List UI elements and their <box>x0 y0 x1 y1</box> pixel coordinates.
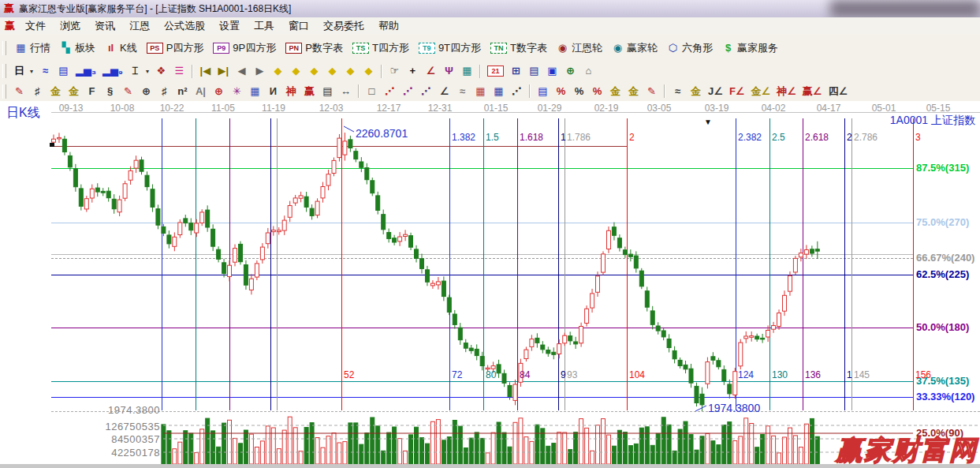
bottom-scroll-strip[interactable] <box>0 464 980 468</box>
brush-tool-icon[interactable]: ✎ <box>10 84 28 99</box>
grid-red-icon[interactable]: ▦ <box>471 84 490 99</box>
indicator-9-icon[interactable]: ▂▅₉ <box>99 64 126 78</box>
overlay-chart-icon[interactable]: ≈ <box>36 64 54 78</box>
menu-item-江恩[interactable]: 江恩 <box>122 18 157 33</box>
k-mark-icon[interactable]: И <box>264 84 282 99</box>
angle-line-icon[interactable]: ∠ <box>435 84 453 99</box>
9p-square-button[interactable]: P99P四方形 <box>208 40 281 56</box>
prev-icon[interactable]: ◀ <box>233 64 251 78</box>
t-number-table-button[interactable]: TNT数字表 <box>486 40 552 56</box>
single-candle-dropdown[interactable]: ⌶▾ <box>126 64 152 78</box>
calendar-icon[interactable]: 21 <box>484 64 507 78</box>
winner-service-button[interactable]: $赢家服务 <box>717 40 783 56</box>
gold-line-icon[interactable]: 金 <box>624 84 643 99</box>
sectors-button[interactable]: ▚板块 <box>55 40 100 56</box>
t-square-button[interactable]: TST四方形 <box>348 40 414 56</box>
percent-line-icon[interactable]: % <box>588 84 606 99</box>
grid-ruler-icon[interactable]: ♯ <box>28 84 47 99</box>
gann-fan-red-icon[interactable]: ⋰ <box>381 84 399 99</box>
j-angle-icon[interactable]: J∠ <box>705 84 726 99</box>
workstation-icon[interactable]: ⌂ <box>579 64 598 78</box>
menu-item-公式选股[interactable]: 公式选股 <box>157 18 212 33</box>
menu-item-工具[interactable]: 工具 <box>247 18 281 33</box>
gold-circle-icon[interactable]: 金 <box>606 84 624 99</box>
gold-section-1-icon[interactable]: 金 <box>47 84 65 99</box>
last-page-icon[interactable]: ▶| <box>214 64 233 78</box>
wave-tool-icon[interactable]: ≈ <box>669 84 687 99</box>
percent-zone-icon[interactable]: % <box>552 84 570 99</box>
net-grid-icon[interactable]: ▦ <box>246 84 264 99</box>
menu-item-设置[interactable]: 设置 <box>212 18 247 33</box>
9t-square-button[interactable]: T99T四方形 <box>414 40 486 56</box>
grid-ruler-icon: ♯ <box>32 86 43 97</box>
save-icon[interactable]: ▣ <box>543 64 561 78</box>
gann-box-teal-icon[interactable]: ▦ <box>458 64 476 78</box>
ying-ruler-icon[interactable]: 赢 <box>300 84 319 99</box>
export-icon[interactable]: ⊕ <box>561 64 579 78</box>
four-angle-icon[interactable]: 四∠ <box>825 84 851 99</box>
next-icon[interactable]: ▶ <box>251 64 269 78</box>
f-ruler-icon[interactable]: F <box>83 84 101 99</box>
hexagon-button[interactable]: ⬡六角形 <box>662 40 717 56</box>
zoom-all-diamond-icon[interactable]: ◆ <box>341 64 360 78</box>
circle-cross-red-icon[interactable]: ⊕ <box>210 84 228 99</box>
gann-tool-purple-icon[interactable]: Ψ <box>440 64 458 78</box>
time-ruler-icon[interactable]: ♯ <box>155 84 173 99</box>
grid-box-icon[interactable]: ▦ <box>490 84 508 99</box>
indicator-3-icon[interactable]: ▂▅₃ <box>73 64 99 78</box>
spiral-icon[interactable]: § <box>101 84 119 99</box>
expand-h-diamond-icon[interactable]: ◆ <box>305 64 323 78</box>
shen-ruler-icon[interactable]: 神 <box>282 84 300 99</box>
info-panel-icon[interactable]: ▤ <box>54 64 73 78</box>
price-table-icon[interactable]: ▤ <box>534 84 552 99</box>
compress-h-diamond-icon[interactable]: ◆ <box>323 64 341 78</box>
gold-angle-icon[interactable]: 金∠ <box>748 84 774 99</box>
first-page-icon[interactable]: |◀ <box>196 64 214 78</box>
time-circle-icon[interactable]: ⊕ <box>137 84 155 99</box>
parallel-lines-icon[interactable]: ⋰ <box>508 84 526 99</box>
menu-item-浏览[interactable]: 浏览 <box>53 18 88 33</box>
red-figure-icon[interactable]: ❖ <box>152 64 170 78</box>
gann-fan-box-icon[interactable]: ⋰ <box>417 84 435 99</box>
anchor-handle[interactable] <box>50 143 54 147</box>
shen-angle-icon[interactable]: 神∠ <box>773 84 799 99</box>
calculator-icon[interactable]: ⊞ <box>507 64 525 78</box>
period-day-dropdown[interactable]: 日▾ <box>10 64 36 78</box>
menu-item-窗口[interactable]: 窗口 <box>281 18 316 33</box>
chart-area[interactable]: 日K线 1A0001 上证指数 2260.8701 1974.3800 ▼ 赢家… <box>0 101 980 468</box>
star-grid-icon[interactable]: ✳ <box>228 84 246 99</box>
hand-tool-icon[interactable]: ☞ <box>386 64 404 78</box>
marker-pen-icon[interactable]: ✎ <box>643 84 661 99</box>
gold-section-2-icon[interactable]: 金 <box>65 84 83 99</box>
p-number-table-button[interactable]: PNP数字表 <box>281 40 348 56</box>
pan-left-diamond-icon[interactable]: ◆ <box>269 64 287 78</box>
volume-bar <box>480 438 484 464</box>
reset-zoom-diamond-icon[interactable]: ◆ <box>360 64 378 78</box>
ying-angle-icon[interactable]: 赢∠ <box>799 84 825 99</box>
angle-measure-icon[interactable]: ∠ <box>422 64 440 78</box>
market-quotes-button[interactable]: ▦行情 <box>10 40 55 56</box>
gann-wheel-button[interactable]: ◉江恩轮 <box>552 40 607 56</box>
price-histogram-icon[interactable]: ☰ <box>170 64 188 78</box>
gold-box-icon[interactable]: 金 <box>687 84 705 99</box>
text-line-icon[interactable]: A| <box>192 84 210 99</box>
p-square-button[interactable]: PSP四方形 <box>142 40 209 56</box>
n-square-icon[interactable]: n² <box>173 84 192 99</box>
rect-box-icon[interactable]: □ <box>363 84 381 99</box>
percent-icon[interactable]: % <box>570 84 588 99</box>
red-brush-ruler-icon[interactable]: ✎ <box>119 84 137 99</box>
f-angle-icon[interactable]: F∠ <box>726 84 748 99</box>
menu-item-资讯[interactable]: 资讯 <box>88 18 122 33</box>
crosshair-tool-icon[interactable]: + <box>404 64 422 78</box>
menu-item-帮助[interactable]: 帮助 <box>371 18 406 33</box>
menu-item-文件[interactable]: 文件 <box>18 18 53 33</box>
scale-ruler-icon[interactable]: ▤ <box>319 84 337 99</box>
kline-button[interactable]: ılK线 <box>100 40 142 56</box>
gann-fan-purple-icon[interactable]: ⋰ <box>399 84 417 99</box>
winner-wheel-button[interactable]: ◉赢家轮 <box>607 40 662 56</box>
width-measure-icon[interactable]: ↔ <box>337 84 355 99</box>
zigzag-icon[interactable]: ≈ <box>453 84 471 99</box>
pan-right-diamond-icon[interactable]: ◆ <box>287 64 305 78</box>
menu-item-交易委托[interactable]: 交易委托 <box>316 18 371 33</box>
notes-icon[interactable]: ▤ <box>525 64 543 78</box>
